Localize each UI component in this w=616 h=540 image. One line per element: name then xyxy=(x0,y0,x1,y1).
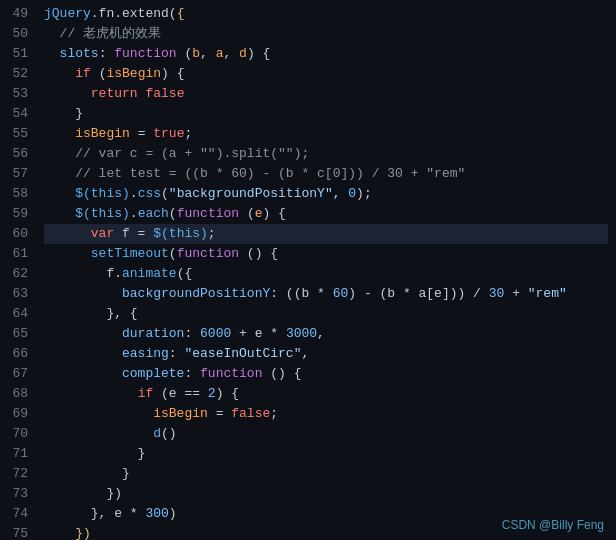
watermark: CSDN @Billy Feng xyxy=(502,518,604,532)
line-num-64: 64 xyxy=(4,304,28,324)
line-numbers: 49 50 51 52 53 54 55 56 57 58 59 60 61 6… xyxy=(0,0,36,540)
code-line-70: d() xyxy=(44,424,608,444)
code-line-68: if (e == 2) { xyxy=(44,384,608,404)
code-editor: 49 50 51 52 53 54 55 56 57 58 59 60 61 6… xyxy=(0,0,616,540)
code-line-71: } xyxy=(44,444,608,464)
line-num-50: 50 xyxy=(4,24,28,44)
code-line-72: } xyxy=(44,464,608,484)
line-num-74: 74 xyxy=(4,504,28,524)
code-container: 49 50 51 52 53 54 55 56 57 58 59 60 61 6… xyxy=(0,0,616,540)
line-num-61: 61 xyxy=(4,244,28,264)
code-line-51: slots: function (b, a, d) { xyxy=(44,44,608,64)
code-line-61: setTimeout(function () { xyxy=(44,244,608,264)
line-num-63: 63 xyxy=(4,284,28,304)
line-num-58: 58 xyxy=(4,184,28,204)
code-line-55: isBegin = true; xyxy=(44,124,608,144)
code-line-53: return false xyxy=(44,84,608,104)
code-line-54: } xyxy=(44,104,608,124)
line-num-62: 62 xyxy=(4,264,28,284)
code-line-56: // var c = (a + "").split(""); xyxy=(44,144,608,164)
line-num-69: 69 xyxy=(4,404,28,424)
code-line-69: isBegin = false; xyxy=(44,404,608,424)
line-num-73: 73 xyxy=(4,484,28,504)
line-num-75: 75 xyxy=(4,524,28,540)
line-num-70: 70 xyxy=(4,424,28,444)
line-num-65: 65 xyxy=(4,324,28,344)
code-line-60: var f = $(this); xyxy=(44,224,608,244)
line-num-68: 68 xyxy=(4,384,28,404)
line-num-53: 53 xyxy=(4,84,28,104)
line-num-60: 60 xyxy=(4,224,28,244)
code-line-58: $(this).css("backgroundPositionY", 0); xyxy=(44,184,608,204)
line-num-57: 57 xyxy=(4,164,28,184)
code-line-63: backgroundPositionY: ((b * 60) - (b * a[… xyxy=(44,284,608,304)
line-num-49: 49 xyxy=(4,4,28,24)
line-num-67: 67 xyxy=(4,364,28,384)
code-line-52: if (isBegin) { xyxy=(44,64,608,84)
line-num-51: 51 xyxy=(4,44,28,64)
code-area: jQuery.fn.extend({ // 老虎机的效果 slots: func… xyxy=(36,0,616,540)
code-line-50: // 老虎机的效果 xyxy=(44,24,608,44)
code-line-64: }, { xyxy=(44,304,608,324)
line-num-55: 55 xyxy=(4,124,28,144)
code-line-66: easing: "easeInOutCirc", xyxy=(44,344,608,364)
line-num-72: 72 xyxy=(4,464,28,484)
code-line-62: f.animate({ xyxy=(44,264,608,284)
line-num-52: 52 xyxy=(4,64,28,84)
code-line-67: complete: function () { xyxy=(44,364,608,384)
code-line-65: duration: 6000 + e * 3000, xyxy=(44,324,608,344)
line-num-59: 59 xyxy=(4,204,28,224)
code-line-73: }) xyxy=(44,484,608,504)
line-num-66: 66 xyxy=(4,344,28,364)
line-num-56: 56 xyxy=(4,144,28,164)
code-line-59: $(this).each(function (e) { xyxy=(44,204,608,224)
line-num-54: 54 xyxy=(4,104,28,124)
code-line-57: // let test = ((b * 60) - (b * c[0])) / … xyxy=(44,164,608,184)
code-line-49: jQuery.fn.extend({ xyxy=(44,4,608,24)
line-num-71: 71 xyxy=(4,444,28,464)
